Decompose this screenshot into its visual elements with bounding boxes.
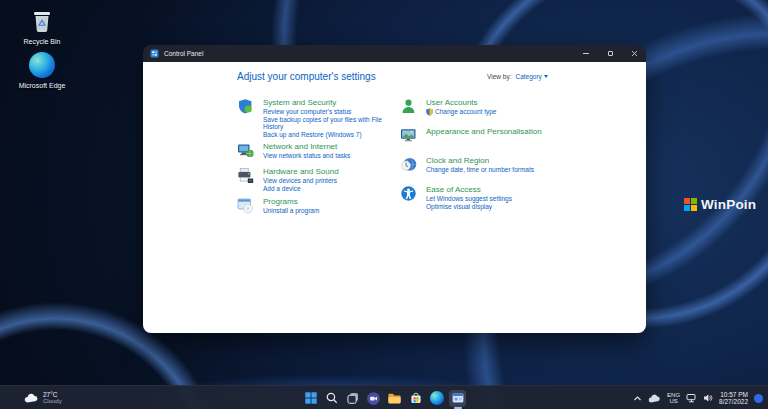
winpoin-logo-icon [684, 198, 697, 211]
file-explorer-icon [387, 391, 402, 406]
monitor-picture-icon[interactable] [400, 127, 417, 144]
desktop-icon-microsoft-edge[interactable]: Microsoft Edge [16, 52, 68, 90]
category-system-and-security: System and Security Review your computer… [237, 98, 397, 138]
category-link[interactable]: Save backup copies of your files with Fi… [263, 116, 397, 131]
desktop-icon-label: Microsoft Edge [16, 82, 68, 90]
taskbar-center-icons [302, 386, 466, 409]
control-panel-body: Adjust your computer's settings View by:… [143, 62, 646, 333]
category-heading[interactable]: Ease of Access [426, 185, 512, 195]
clock-globe-icon[interactable] [400, 156, 417, 173]
edge-icon [430, 391, 444, 405]
view-by-control: View by: Category [487, 73, 548, 80]
category-link[interactable]: Uninstall a program [263, 207, 319, 215]
category-link[interactable]: Let Windows suggest settings [426, 195, 512, 203]
control-panel-window: Control Panel Adjust your computer's set… [143, 45, 646, 333]
category-clock-and-region: Clock and Region Change date, time or nu… [400, 156, 575, 177]
category-link[interactable]: Change account type [435, 108, 496, 116]
category-link[interactable]: View network status and tasks [263, 152, 350, 160]
category-heading[interactable]: Programs [263, 197, 319, 207]
volume-icon[interactable] [703, 393, 713, 403]
language-line2: US [667, 398, 680, 404]
category-text: Clock and Region Change date, time or nu… [426, 156, 534, 177]
category-text: Appearance and Personalisation [426, 127, 542, 148]
weather-temperature: 27°C [43, 391, 62, 398]
accessibility-icon[interactable] [400, 185, 417, 202]
control-panel-taskbar-button[interactable] [449, 390, 466, 407]
task-view-button[interactable] [344, 390, 361, 407]
task-view-icon [346, 391, 360, 405]
maximize-button[interactable] [598, 45, 622, 62]
desktop[interactable]: Recycle Bin Microsoft Edge WinPoin Contr… [0, 0, 768, 409]
view-by-label: View by: [487, 73, 511, 80]
clock-widget[interactable]: 10:57 PM 8/27/2022 [719, 391, 748, 406]
file-explorer-button[interactable] [386, 390, 403, 407]
category-user-accounts: User Accounts Change account type [400, 98, 575, 119]
uac-shield-icon [426, 108, 433, 116]
weather-widget[interactable]: 27°C Cloudy [24, 386, 62, 409]
control-panel-window-icon [451, 391, 465, 405]
titlebar[interactable]: Control Panel [143, 45, 646, 62]
category-heading[interactable]: Clock and Region [426, 156, 534, 166]
category-text: Network and Internet View network status… [263, 142, 350, 163]
category-network-and-internet: Network and Internet View network status… [237, 142, 397, 163]
category-ease-of-access: Ease of Access Let Windows suggest setti… [400, 185, 575, 210]
category-appearance-and-personalisation: Appearance and Personalisation [400, 127, 575, 148]
close-button[interactable] [622, 45, 646, 62]
window-title: Control Panel [164, 50, 203, 57]
window-controls [574, 45, 646, 62]
recycle-bin-icon [16, 8, 68, 36]
category-heading[interactable]: Hardware and Sound [263, 167, 339, 177]
chat-button[interactable] [365, 390, 382, 407]
onedrive-cloud-icon[interactable] [648, 394, 661, 403]
winpoin-text: WinPoin [701, 197, 756, 212]
search-button[interactable] [323, 390, 340, 407]
category-link[interactable]: Review your computer's status [263, 108, 397, 116]
minimize-button[interactable] [574, 45, 598, 62]
category-text: Ease of Access Let Windows suggest setti… [426, 185, 512, 210]
start-button[interactable] [302, 390, 319, 407]
category-heading[interactable]: Appearance and Personalisation [426, 127, 542, 137]
category-link[interactable]: Optimise visual display [426, 203, 512, 211]
weather-text: 27°C Cloudy [43, 391, 62, 405]
network-monitor-icon[interactable] [237, 142, 254, 159]
view-by-value: Category [515, 73, 541, 80]
winpoin-watermark: WinPoin [684, 197, 756, 212]
category-heading[interactable]: System and Security [263, 98, 397, 108]
notification-badge[interactable] [754, 394, 763, 403]
printer-icon[interactable] [237, 167, 254, 184]
network-icon[interactable] [686, 393, 697, 403]
search-icon [325, 391, 339, 405]
windows-start-icon [304, 391, 318, 405]
system-tray: ENG US 10:57 PM 8/27/2022 [633, 386, 763, 409]
category-heading[interactable]: Network and Internet [263, 142, 350, 152]
close-icon [631, 50, 638, 57]
chevron-down-icon [544, 75, 548, 78]
view-by-dropdown[interactable]: Category [515, 73, 547, 80]
category-link[interactable]: View devices and printers [263, 177, 339, 185]
category-text: System and Security Review your computer… [263, 98, 397, 138]
tray-time: 10:57 PM [719, 391, 748, 399]
microsoft-store-button[interactable] [407, 390, 424, 407]
tray-date: 8/27/2022 [719, 398, 748, 406]
tray-chevron-up-icon[interactable] [633, 395, 642, 402]
security-shield-icon[interactable] [237, 98, 254, 115]
category-heading[interactable]: User Accounts [426, 98, 496, 108]
category-hardware-and-sound: Hardware and Sound View devices and prin… [237, 167, 397, 192]
microsoft-store-icon [409, 391, 423, 405]
edge-button[interactable] [428, 390, 445, 407]
program-disc-icon[interactable] [237, 197, 254, 214]
category-text: Hardware and Sound View devices and prin… [263, 167, 339, 192]
edge-icon [16, 52, 68, 80]
weather-condition: Cloudy [43, 398, 62, 405]
category-link[interactable]: Change date, time or number formats [426, 166, 534, 174]
cloud-icon [24, 393, 38, 403]
category-link[interactable]: Back up and Restore (Windows 7) [263, 131, 397, 139]
page-title: Adjust your computer's settings [237, 71, 376, 82]
user-icon[interactable] [400, 98, 417, 115]
desktop-icon-recycle-bin[interactable]: Recycle Bin [16, 8, 68, 46]
language-indicator[interactable]: ENG US [667, 392, 680, 404]
chat-icon [366, 391, 381, 406]
category-programs: Programs Uninstall a program [237, 197, 397, 218]
category-link[interactable]: Add a device [263, 185, 339, 193]
category-text: User Accounts Change account type [426, 98, 496, 119]
